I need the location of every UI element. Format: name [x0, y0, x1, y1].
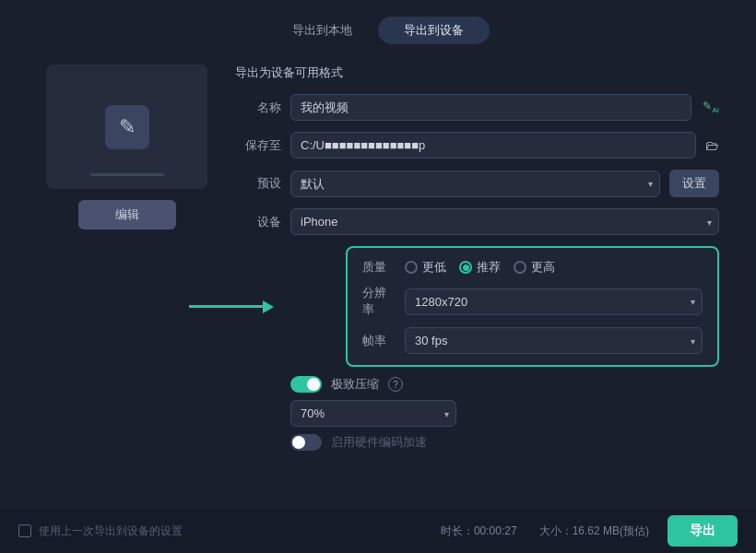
name-row: 名称 ✎AI: [235, 94, 719, 121]
resolution-select-wrapper: 1280x720 ▾: [405, 288, 703, 315]
ai-icon[interactable]: ✎AI: [703, 100, 719, 114]
device-label: 设备: [235, 214, 281, 230]
preview-box: ✎: [46, 65, 207, 189]
tab-device[interactable]: 导出到设备: [378, 17, 490, 44]
fps-select[interactable]: 30 fps: [405, 327, 703, 354]
quality-lower-label: 更低: [422, 259, 446, 276]
save-path-input[interactable]: [290, 132, 696, 159]
settings-panel: 导出为设备可用格式 名称 ✎AI 保存至 🗁 预设 默认 ▾ 设置: [235, 65, 719, 451]
preset-row: 预设 默认 ▾ 设置: [235, 170, 719, 197]
hardware-label: 启用硬件编码加速: [331, 434, 427, 451]
resolution-select[interactable]: 1280x720: [405, 288, 703, 315]
name-input[interactable]: [290, 94, 691, 121]
hardware-toggle-knob: [292, 436, 305, 449]
quality-lower[interactable]: 更低: [405, 259, 446, 276]
hint-checkbox[interactable]: [18, 524, 31, 537]
compress-percent-select[interactable]: 70%: [290, 400, 456, 427]
compress-label: 极致压缩: [331, 376, 379, 393]
size-value: 16.62 MB(预估): [573, 524, 649, 537]
quality-radio-group: 更低 推荐 更高: [405, 259, 555, 276]
fps-label: 帧率: [362, 333, 397, 349]
hardware-row: 启用硬件编码加速: [290, 434, 719, 451]
quality-recommended-dot: [463, 265, 469, 271]
size-label: 大小：: [539, 524, 573, 537]
quality-recommended-radio[interactable]: [459, 261, 472, 274]
fps-row: 帧率 30 fps ▾: [362, 327, 703, 354]
bottom-hint: 使用上一次导出到设备的设置: [39, 524, 183, 539]
fps-select-wrapper: 30 fps ▾: [405, 327, 703, 354]
device-select[interactable]: iPhone: [290, 208, 719, 235]
compress-select-row: 70% ▾: [290, 400, 719, 427]
edit-button[interactable]: 编辑: [78, 200, 176, 229]
settings-button[interactable]: 设置: [669, 170, 719, 197]
arrow-line: [189, 305, 263, 308]
arrow-head: [263, 300, 274, 313]
resolution-label: 分辨率: [362, 285, 397, 318]
help-icon[interactable]: ?: [388, 377, 403, 392]
duration-stat: 时长：00:00:27: [441, 524, 517, 539]
compress-toggle[interactable]: [290, 376, 322, 393]
quality-row: 质量 更低 推荐: [362, 259, 703, 276]
arrow-container: [189, 300, 274, 313]
quality-higher[interactable]: 更高: [514, 259, 555, 276]
quality-recommended-label: 推荐: [477, 259, 501, 276]
main-content: ✎ 编辑 导出为设备可用格式 名称 ✎AI 保存至 🗁 预设 默认 ▾: [0, 55, 756, 460]
device-row: 设备 iPhone ▾: [235, 208, 719, 235]
size-stat: 大小：16.62 MB(预估): [539, 524, 649, 539]
compress-row: 极致压缩 ?: [290, 376, 719, 393]
section-title: 导出为设备可用格式: [235, 65, 719, 81]
tab-bar: 导出到本地 导出到设备: [0, 0, 756, 55]
preset-select[interactable]: 默认: [290, 171, 660, 197]
bottom-stats: 时长：00:00:27 大小：16.62 MB(预估): [441, 524, 649, 539]
save-path-row: 保存至 🗁: [235, 132, 719, 159]
preset-label: 预设: [235, 175, 281, 192]
duration-value: 00:00:27: [474, 524, 517, 537]
preset-select-wrapper: 默认 ▾: [290, 171, 660, 197]
quality-higher-radio[interactable]: [514, 261, 526, 274]
tab-local[interactable]: 导出到本地: [266, 17, 378, 44]
compress-toggle-knob: [307, 378, 320, 391]
name-label: 名称: [235, 100, 281, 116]
quality-lower-radio[interactable]: [405, 261, 418, 274]
hint-checkbox-group: 使用上一次导出到设备的设置: [18, 524, 183, 539]
folder-icon[interactable]: 🗁: [705, 137, 719, 153]
bottom-bar: 使用上一次导出到设备的设置 时长：00:00:27 大小：16.62 MB(预估…: [0, 509, 756, 553]
quality-recommended[interactable]: 推荐: [459, 259, 501, 276]
resolution-row: 分辨率 1280x720 ▾: [362, 285, 703, 318]
device-select-wrapper: iPhone ▾: [290, 208, 719, 235]
export-button[interactable]: 导出: [667, 515, 738, 547]
save-label: 保存至: [235, 137, 281, 154]
quality-label: 质量: [362, 259, 397, 276]
quality-panel: 质量 更低 推荐: [346, 246, 719, 367]
preview-panel: ✎ 编辑: [46, 65, 207, 451]
quality-higher-label: 更高: [531, 259, 555, 276]
compress-select-wrapper: 70% ▾: [290, 400, 456, 427]
duration-label: 时长：: [441, 524, 474, 537]
preview-line: [90, 173, 164, 176]
edit-icon: ✎: [105, 105, 149, 149]
hardware-toggle[interactable]: [290, 434, 322, 451]
